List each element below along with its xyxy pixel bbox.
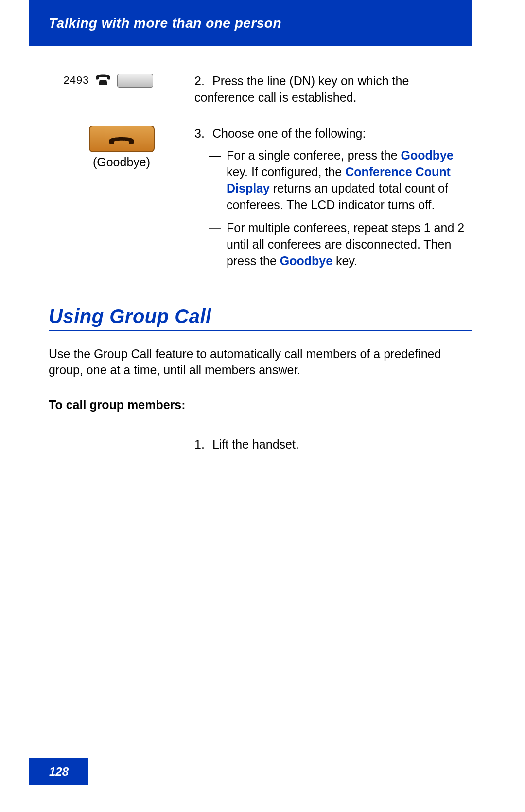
bullet-2: — For multiple conferees, repeat steps 1… <box>194 220 472 269</box>
step-3-icon-col: (Goodbye) <box>49 126 194 276</box>
soft-key-icon <box>117 74 153 88</box>
dash-icon: — <box>209 220 227 269</box>
goodbye-keyword: Goodbye <box>401 148 454 162</box>
section-heading-using-group-call: Using Group Call <box>49 306 472 331</box>
line-dn-key-graphic: 2493 <box>49 73 194 89</box>
handset-down-icon <box>107 131 136 146</box>
dash-icon: — <box>209 147 227 213</box>
subheading-to-call-group-members: To call group members: <box>49 398 472 412</box>
manual-page: Talking with more than one person 2493 <box>0 0 525 812</box>
step-3-bullets: — For a single conferee, press the Goodb… <box>194 147 472 269</box>
section-intro: Use the Group Call feature to automatica… <box>49 346 472 379</box>
step-3-text: 3. Choose one of the following: — For a … <box>194 126 472 276</box>
bullet-1-pre: For a single conferee, press the <box>227 148 401 162</box>
dn-number: 2493 <box>63 75 89 87</box>
step-3-number: 3. <box>194 126 209 142</box>
group-step-1-row: 1. Lift the handset. <box>49 436 472 453</box>
page-footer-bar: 128 <box>29 758 88 785</box>
goodbye-label: (Goodbye) <box>49 155 194 169</box>
step-2-number: 2. <box>194 73 209 90</box>
goodbye-keyword: Goodbye <box>280 254 332 268</box>
bullet-1: — For a single conferee, press the Goodb… <box>194 147 472 213</box>
group-step-1-number: 1. <box>194 436 209 453</box>
bullet-2-post: key. <box>332 254 357 268</box>
step-2-text: 2. Press the line (DN) key on which the … <box>194 73 472 106</box>
group-step-1-body: Lift the handset. <box>212 437 299 451</box>
goodbye-button-graphic <box>89 126 155 152</box>
step-2-row: 2493 2. Press the line (DN) key on which… <box>49 73 472 106</box>
page-header-bar: Talking with more than one person <box>29 0 472 46</box>
step-2-icon-col: 2493 <box>49 73 194 106</box>
bullet-1-mid: key. If configured, the <box>227 165 345 179</box>
group-step-1-text: 1. Lift the handset. <box>194 436 472 453</box>
bullet-2-text: For multiple conferees, repeat steps 1 a… <box>227 220 472 269</box>
page-number: 128 <box>49 765 69 778</box>
page-header-title: Talking with more than one person <box>49 16 281 31</box>
step-2-body: Press the line (DN) key on which the con… <box>194 74 409 104</box>
step-3-row: (Goodbye) 3. Choose one of the following… <box>49 126 472 276</box>
phone-icon <box>95 73 111 89</box>
page-content: 2493 2. Press the line (DN) key on which… <box>49 73 472 453</box>
bullet-1-text: For a single conferee, press the Goodbye… <box>227 147 472 213</box>
step-3-intro: Choose one of the following: <box>212 126 366 140</box>
group-step-1-icon-col <box>49 436 194 453</box>
group-call-steps: 1. Lift the handset. <box>49 436 472 453</box>
